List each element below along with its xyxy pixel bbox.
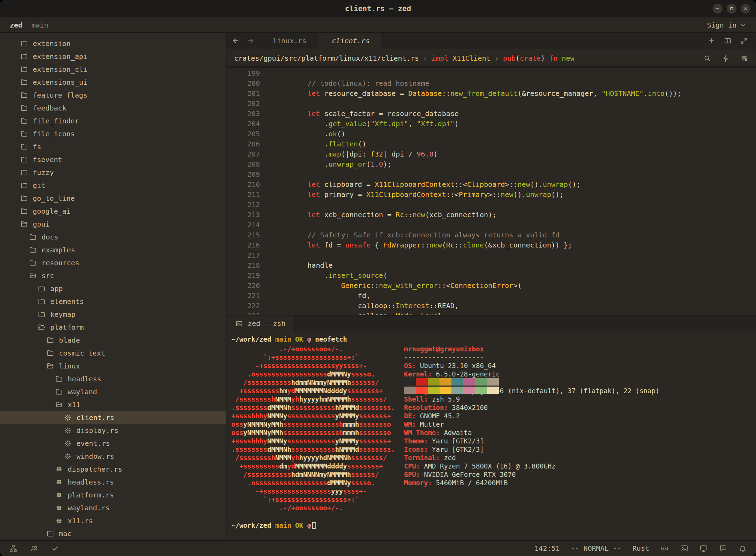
- text-segment: fd =: [320, 241, 345, 249]
- maximize-button[interactable]: [727, 4, 736, 14]
- tree-item-feature_flags[interactable]: feature_flags: [0, 89, 226, 101]
- tree-item-platform.rs[interactable]: platform.rs: [0, 488, 226, 501]
- project-panel-toggle[interactable]: [9, 544, 17, 553]
- code-line-216[interactable]: 216 let fd = unsafe { FdWrapper::new(Rc:…: [226, 240, 756, 250]
- tree-item-dispatcher.rs[interactable]: dispatcher.rs: [0, 463, 226, 475]
- tree-item-display.rs[interactable]: display.rs: [0, 424, 226, 437]
- code-line-200[interactable]: 200 // todo(linux): read hostname: [226, 78, 756, 89]
- tree-item-fs[interactable]: fs: [0, 140, 226, 153]
- tree-item-file_icons[interactable]: file_icons: [0, 127, 226, 140]
- collab-panel-toggle[interactable]: [30, 544, 38, 553]
- split-pane-button[interactable]: [724, 37, 732, 45]
- nav-back-button[interactable]: [232, 37, 240, 45]
- code-line-201[interactable]: 201 let resource_database = Database::ne…: [226, 89, 756, 99]
- cursor-position[interactable]: 142:51: [534, 544, 560, 553]
- diagnostics-indicator[interactable]: [51, 544, 59, 553]
- tree-item-extensions_ui[interactable]: extensions_ui: [0, 76, 226, 89]
- tree-item-mac[interactable]: mac: [0, 527, 226, 540]
- code-line-217[interactable]: 217: [226, 250, 756, 260]
- code-line-222[interactable]: 222 calloop::Interest::READ,: [226, 301, 756, 311]
- tree-item-platform[interactable]: platform: [0, 321, 226, 334]
- minimize-icon: [715, 6, 720, 12]
- code-line-210[interactable]: 210 let clipboard = X11ClipboardContext:…: [226, 180, 756, 190]
- tree-item-google_ai[interactable]: google_ai: [0, 205, 226, 218]
- code-line-206[interactable]: 206 .flatten(): [226, 139, 756, 149]
- sign-in-button[interactable]: Sign in: [707, 21, 746, 29]
- new-tab-button[interactable]: [708, 37, 716, 45]
- tree-item-git[interactable]: git: [0, 179, 226, 192]
- tab-linux.rs[interactable]: linux.rs: [260, 33, 319, 49]
- nav-forward-button[interactable]: [247, 37, 254, 45]
- text-segment: mmmh: [343, 429, 359, 436]
- tree-item-fsevent[interactable]: fsevent: [0, 153, 226, 166]
- zoom-pane-button[interactable]: [740, 37, 748, 45]
- terminal-output[interactable]: ~/work/zed main OK φ neofetch .-/+oossss…: [226, 332, 756, 540]
- editor-controls-button[interactable]: [740, 54, 748, 62]
- copilot-button[interactable]: [660, 544, 669, 553]
- tree-item-examples[interactable]: examples: [0, 243, 226, 256]
- buffer-search-button[interactable]: [703, 54, 711, 62]
- tree-item-x11.rs[interactable]: x11.rs: [0, 514, 226, 527]
- feedback-button[interactable]: [719, 544, 727, 553]
- code-line-203[interactable]: 203 let scale_factor = resource_database: [226, 109, 756, 119]
- code-line-199[interactable]: 199: [226, 68, 756, 78]
- code-line-208[interactable]: 208 .unwrap_or(1.0);: [226, 159, 756, 169]
- code-line-218[interactable]: 218 handle: [226, 260, 756, 271]
- code-line-202[interactable]: 202: [226, 99, 756, 109]
- tree-item-wayland[interactable]: wayland: [0, 385, 226, 398]
- code-line-213[interactable]: 213 let xcb_connection = Rc::new(xcb_con…: [226, 210, 756, 220]
- code-editor[interactable]: 199200 // todo(linux): read hostname201 …: [226, 68, 756, 315]
- tree-item-keymap[interactable]: keymap: [0, 308, 226, 321]
- tree-item-cosmic_text[interactable]: cosmic_text: [0, 346, 226, 359]
- tree-item-headless[interactable]: headless: [0, 372, 226, 385]
- code-line-223[interactable]: 223 calloop::Mode::Level,: [226, 311, 756, 315]
- code-line-204[interactable]: 204 .get_value("Xft.dpi", "Xft.dpi"): [226, 119, 756, 129]
- tab-client.rs[interactable]: client.rs: [319, 33, 382, 49]
- tree-item-linux[interactable]: linux: [0, 359, 226, 372]
- notifications-button[interactable]: [739, 544, 747, 553]
- tree-item-docs[interactable]: docs: [0, 230, 226, 243]
- tree-item-resources[interactable]: resources: [0, 256, 226, 269]
- tree-item-extension_api[interactable]: extension_api: [0, 50, 226, 63]
- tree-item-x11[interactable]: x11: [0, 398, 226, 411]
- tree-item-extension[interactable]: extension: [0, 37, 226, 50]
- close-button[interactable]: [741, 4, 750, 14]
- line-number: 216: [226, 240, 260, 250]
- folder-icon: [55, 375, 63, 383]
- code-line-212[interactable]: 212: [226, 200, 756, 210]
- code-line-220[interactable]: 220 Generic::new_with_error::<Connection…: [226, 281, 756, 291]
- code-line-211[interactable]: 211 let primary = X11ClipboardContext::<…: [226, 190, 756, 200]
- terminal-panel-toggle[interactable]: [680, 544, 688, 553]
- code-line-205[interactable]: 205 .ok(): [226, 129, 756, 139]
- tree-item-window.rs[interactable]: window.rs: [0, 450, 226, 463]
- tree-item-file_finder[interactable]: file_finder: [0, 114, 226, 127]
- screen-share-button[interactable]: [699, 544, 708, 553]
- tree-item-wayland.rs[interactable]: wayland.rs: [0, 501, 226, 514]
- tree-item-blade[interactable]: blade: [0, 334, 226, 346]
- tree-item-feedback[interactable]: feedback: [0, 101, 226, 114]
- language-selector[interactable]: Rust: [633, 544, 649, 553]
- tree-item-client.rs[interactable]: client.rs: [0, 411, 226, 424]
- code-line-215[interactable]: 215 // Safety: Safe if xcb::Connection a…: [226, 230, 756, 240]
- code-line-221[interactable]: 221 fd,: [226, 291, 756, 301]
- tree-item-go_to_line[interactable]: go_to_line: [0, 192, 226, 205]
- code-actions-button[interactable]: [722, 54, 730, 62]
- tree-item-elements[interactable]: elements: [0, 295, 226, 308]
- tree-item-headless.rs[interactable]: headless.rs: [0, 475, 226, 488]
- tree-item-src[interactable]: src: [0, 269, 226, 282]
- project-name[interactable]: zed: [10, 21, 22, 29]
- code-line-219[interactable]: 219 .insert_source(: [226, 271, 756, 281]
- tree-item-gpui[interactable]: gpui: [0, 218, 226, 230]
- breadcrumb[interactable]: crates/gpui/src/platform/linux/x11/clien…: [234, 54, 574, 62]
- code-line-207[interactable]: 207 .map(|dpi: f32| dpi / 96.0): [226, 149, 756, 159]
- tree-item-extension_cli[interactable]: extension_cli: [0, 63, 226, 76]
- code-line-209[interactable]: 209: [226, 169, 756, 180]
- title-bar[interactable]: client.rs — zed: [0, 0, 756, 17]
- tree-item-event.rs[interactable]: event.rs: [0, 437, 226, 450]
- tree-item-fuzzy[interactable]: fuzzy: [0, 166, 226, 179]
- minimize-button[interactable]: [713, 4, 723, 14]
- code-line-214[interactable]: 214: [226, 220, 756, 230]
- tree-item-app[interactable]: app: [0, 282, 226, 295]
- terminal-tab[interactable]: zed — zsh: [226, 315, 295, 332]
- git-branch[interactable]: main: [31, 21, 48, 29]
